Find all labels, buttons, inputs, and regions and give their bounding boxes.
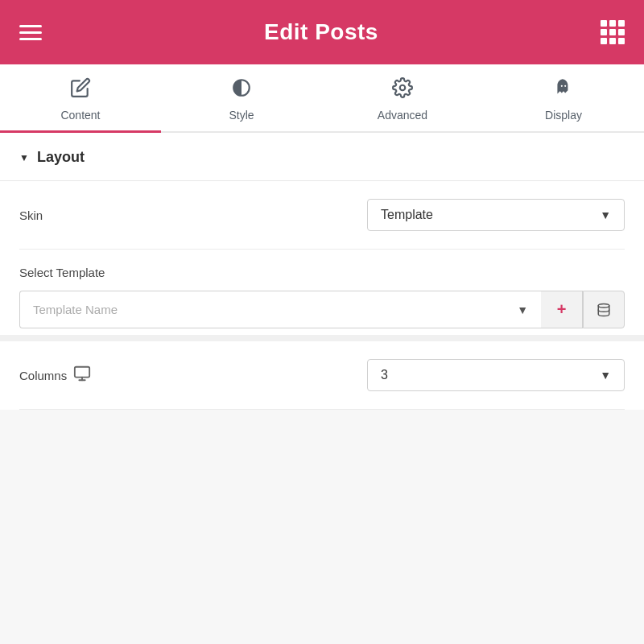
section-divider [0, 335, 644, 341]
monitor-icon [73, 365, 91, 386]
ghost-icon [553, 77, 574, 104]
grid-icon[interactable] [601, 20, 625, 44]
tabs-container: Content Style Advanced [0, 64, 644, 133]
skin-chevron-icon: ▼ [600, 208, 611, 221]
tab-style-label: Style [229, 109, 254, 122]
columns-row: Columns 3 ▼ [19, 341, 625, 410]
tab-style[interactable]: Style [161, 64, 322, 131]
columns-label-group: Columns [19, 365, 91, 386]
add-template-button[interactable]: + [541, 291, 583, 328]
half-circle-icon [231, 77, 252, 104]
template-name-select[interactable]: Template Name ▼ [19, 291, 541, 328]
gear-icon [392, 77, 413, 104]
columns-chevron-icon: ▼ [600, 369, 611, 382]
skin-select[interactable]: Template ▼ [367, 199, 625, 231]
columns-select-value: 3 [381, 368, 388, 382]
svg-rect-2 [75, 366, 89, 377]
skin-row: Skin Template ▼ [19, 181, 625, 250]
columns-select[interactable]: 3 ▼ [367, 359, 625, 391]
skin-select-value: Template [381, 208, 433, 222]
layout-section-content: Skin Template ▼ Select Template Template… [0, 181, 644, 335]
tab-display[interactable]: Display [483, 64, 644, 131]
columns-label: Columns [19, 369, 67, 382]
columns-section: Columns 3 ▼ [0, 341, 644, 410]
menu-icon[interactable] [19, 25, 42, 40]
tab-content[interactable]: Content [0, 64, 161, 131]
database-button[interactable] [583, 291, 625, 328]
tab-advanced[interactable]: Advanced [322, 64, 483, 131]
collapse-arrow-icon[interactable]: ▼ [19, 152, 29, 163]
pencil-icon [70, 77, 91, 104]
layout-section-header: ▼ Layout [0, 133, 644, 181]
svg-point-1 [598, 303, 609, 308]
tab-content-label: Content [60, 109, 100, 122]
tab-advanced-label: Advanced [378, 109, 427, 122]
header: Edit Posts [0, 0, 644, 64]
app-container: Edit Posts Content Style [0, 0, 644, 644]
svg-point-0 [400, 85, 406, 91]
template-input-row: Template Name ▼ + [19, 291, 625, 328]
page-title: Edit Posts [264, 19, 378, 45]
select-template-section: Select Template Template Name ▼ + [19, 250, 625, 335]
template-name-placeholder: Template Name [33, 303, 118, 316]
select-template-label: Select Template [19, 266, 625, 279]
tab-display-label: Display [545, 109, 582, 122]
layout-section-title: Layout [37, 149, 85, 166]
skin-label: Skin [19, 208, 43, 222]
content-area: ▼ Layout Skin Template ▼ Select Template… [0, 133, 644, 644]
template-chevron-icon: ▼ [517, 303, 528, 316]
